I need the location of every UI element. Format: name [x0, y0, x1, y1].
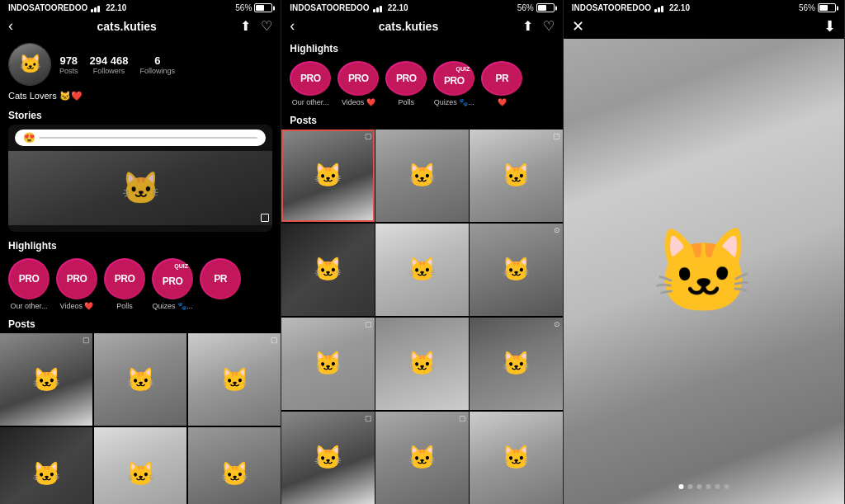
- story-image-1: 🐱: [8, 151, 272, 225]
- highlights-row-1: PRO Our other... PRO Videos ❤️ PRO Polls: [0, 255, 281, 315]
- battery-icon-1: [254, 3, 272, 12]
- status-right-3: 56%: [799, 3, 836, 12]
- post-thumb-3[interactable]: 🐱 ▢: [188, 333, 281, 426]
- highlight-item-3[interactable]: PRO Polls: [104, 258, 145, 310]
- post-thumb-1[interactable]: 🐱 ▢: [0, 333, 92, 426]
- photo-main-3[interactable]: 🐱: [564, 39, 844, 504]
- dot-1: [678, 484, 683, 489]
- share-icon-1[interactable]: ⬆: [240, 18, 251, 34]
- wifi-icon-3: [654, 4, 666, 12]
- post-2-6[interactable]: 🐱 ⊙: [470, 224, 562, 316]
- post-2-8[interactable]: 🐱: [375, 318, 468, 410]
- story-preview-1[interactable]: 😍 🐱: [8, 125, 272, 232]
- dot-4: [706, 484, 710, 489]
- hl2-item-2[interactable]: PRO Videos ❤️: [338, 61, 379, 106]
- profile-scroll-1[interactable]: 🐱 978 Posts 294 468 Followers 6 Followin…: [0, 38, 281, 504]
- back-button-2[interactable]: ‹: [290, 17, 295, 35]
- hl2-item-5[interactable]: PR ❤️: [481, 61, 522, 106]
- panel-2: INDOSATOOREDOO 22.10 56% ‹ cats.kuties ⬆…: [281, 0, 563, 504]
- post-icon-3: ▢: [271, 336, 278, 344]
- reaction-bar-fill: [39, 137, 257, 139]
- wifi-icon-2: [373, 4, 385, 12]
- dot-3: [696, 484, 701, 489]
- status-bar-1: INDOSATOOREDOO 22.10 56%: [0, 0, 281, 14]
- post-2-1[interactable]: 🐱 ▢: [281, 130, 374, 222]
- post-2-12[interactable]: 🐱: [470, 412, 562, 504]
- post-2-10[interactable]: 🐱 ▢: [281, 412, 374, 504]
- hl2-item-3[interactable]: PRO Polls: [385, 61, 427, 106]
- story-reaction-bar: 😍: [15, 130, 266, 146]
- highlights-header-2: Highlights: [281, 38, 562, 58]
- avatar-1[interactable]: 🐱: [8, 43, 51, 86]
- battery-icon-3: [818, 3, 836, 12]
- battery-icon-2: [536, 3, 555, 12]
- carrier-1: INDOSATOOREDOO 22.10: [8, 3, 126, 12]
- photo-dots-3: [672, 478, 735, 496]
- stat-posts-1: 978 Posts: [59, 54, 78, 75]
- highlights-label-1: Highlights: [0, 237, 281, 255]
- story-top-1: 😍: [8, 125, 272, 151]
- status-right-2: 56%: [517, 3, 555, 12]
- carrier-2: INDOSATOOREDOO 22.10: [290, 3, 408, 12]
- post-thumb-5[interactable]: 🐱: [94, 427, 186, 504]
- posts-grid-2: 🐱 ▢ 🐱 🐱 ▢ 🐱 🐱 🐱 ⊙ 🐱 ▢ 🐱 🐱 ⊙: [281, 130, 562, 504]
- status-right-1: 56%: [235, 3, 272, 12]
- highlight-item-1[interactable]: PRO Our other...: [8, 258, 50, 310]
- posts-grid-1: 🐱 ▢ 🐱 🐱 ▢ 🐱 🐱 🐱: [0, 333, 281, 504]
- share-icon-2[interactable]: ⬆: [522, 18, 533, 34]
- bio-1: Cats Lovers 🐱❤️: [0, 91, 281, 106]
- post-2-3[interactable]: 🐱 ▢: [470, 130, 562, 222]
- carrier-3: INDOSATOOREDOO 22.10: [572, 3, 690, 12]
- stats-row-1: 978 Posts 294 468 Followers 6 Followings: [59, 54, 175, 75]
- panel-1: INDOSATOOREDOO 22.10 56% ‹ cats.kuties ⬆…: [0, 0, 281, 504]
- profile-title-2: cats.kuties: [379, 20, 438, 33]
- nav-bar-3: ✕ ⬇: [564, 14, 844, 39]
- highlight-item-4[interactable]: QUIZ PRO Quizes 🐾...: [152, 258, 193, 310]
- wifi-icon-1: [91, 4, 102, 12]
- highlights-row-2: PRO Our other... PRO Videos ❤️ PRO Polls…: [281, 58, 562, 111]
- dot-6: [724, 484, 729, 489]
- post-2-5[interactable]: 🐱: [375, 224, 468, 316]
- post-2-7[interactable]: 🐱 ▢: [281, 318, 374, 410]
- hl2-item-4[interactable]: QUIZ PRO Quizes 🐾...: [433, 61, 474, 106]
- nav-icons-1: ⬆ ♡: [240, 18, 272, 34]
- story-indicator: [261, 214, 269, 222]
- hl2-item-1[interactable]: PRO Our other...: [290, 61, 331, 106]
- nav-icons-2: ⬆ ♡: [522, 18, 555, 34]
- nav-bar-2: ‹ cats.kuties ⬆ ♡: [281, 14, 562, 38]
- post-thumb-6[interactable]: 🐱: [188, 427, 281, 504]
- download-icon-3[interactable]: ⬇: [824, 17, 836, 35]
- highlight-item-2[interactable]: PRO Videos ❤️: [56, 258, 97, 310]
- heart-icon-1[interactable]: ♡: [261, 18, 272, 34]
- stat-followers-1: 294 468 Followers: [90, 54, 129, 75]
- photo-large-3: 🐱: [564, 39, 844, 504]
- back-button-1[interactable]: ‹: [8, 17, 13, 35]
- profile-header-1: 🐱 978 Posts 294 468 Followers 6 Followin…: [0, 38, 281, 91]
- status-bar-2: INDOSATOOREDOO 22.10 56%: [281, 0, 562, 14]
- panel-3: INDOSATOOREDOO 22.10 56% ✕ ⬇ 🐱: [564, 0, 845, 504]
- stories-label-1: Stories: [0, 106, 281, 125]
- profile-title-1: cats.kuties: [97, 20, 156, 33]
- posts-label-2: Posts: [281, 111, 562, 130]
- posts-label-1: Posts: [0, 315, 281, 333]
- post-2-9[interactable]: 🐱 ⊙: [470, 318, 562, 410]
- heart-icon-2[interactable]: ♡: [543, 18, 555, 34]
- highlight-item-5[interactable]: PR: [200, 258, 241, 310]
- post-2-2[interactable]: 🐱: [375, 130, 468, 222]
- status-bar-3: INDOSATOOREDOO 22.10 56%: [564, 0, 844, 14]
- post-icon-1: ▢: [83, 336, 90, 344]
- dot-5: [715, 484, 720, 489]
- post-2-4[interactable]: 🐱: [281, 224, 374, 316]
- dot-2: [687, 484, 692, 489]
- stat-following-1: 6 Followings: [140, 54, 176, 75]
- post-2-11[interactable]: 🐱 ▢: [375, 412, 468, 504]
- post-thumb-2[interactable]: 🐱: [94, 333, 186, 426]
- post-thumb-4[interactable]: 🐱: [0, 427, 92, 504]
- close-button-3[interactable]: ✕: [572, 17, 584, 35]
- nav-bar-1: ‹ cats.kuties ⬆ ♡: [0, 14, 281, 38]
